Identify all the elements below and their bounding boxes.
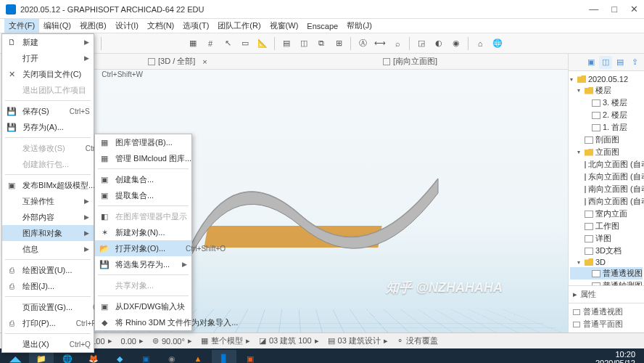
windows-taskbar: ◢◣ 📁 🌐 🦊 ◆ ▣ ◉ ▲ ▊ ▣ 10:202020/05/12 xyxy=(0,348,644,363)
tree-item[interactable]: ▾3D xyxy=(570,257,643,267)
tree-item[interactable]: 1. 首层 xyxy=(570,121,643,134)
tree-item[interactable]: 详图 xyxy=(570,232,643,245)
tree-item[interactable]: 3. 楼层 xyxy=(570,97,643,109)
task-archicad[interactable]: ▊ xyxy=(212,350,236,363)
camera-icon[interactable]: ◉ xyxy=(449,36,463,51)
tree-item[interactable]: 普通透视图 xyxy=(570,267,643,280)
menu-4[interactable]: 文档(N) xyxy=(143,19,178,33)
menu-1[interactable]: 编辑(Q) xyxy=(39,19,75,33)
status-override[interactable]: ⚬ 没有覆盖 xyxy=(397,335,438,346)
tree-item[interactable]: 2. 楼层 xyxy=(570,109,643,121)
maximize-button[interactable]: □ xyxy=(611,4,617,15)
properties-section[interactable]: ▸属性 xyxy=(569,285,644,303)
status-zoom[interactable]: 0.00 ▸ xyxy=(121,336,144,346)
menu-0[interactable]: 文件(F) xyxy=(4,19,39,33)
status-model[interactable]: ▦ 整个模型 ▸ xyxy=(201,335,250,346)
tree-item[interactable]: ▾2020.05.12 xyxy=(570,74,643,84)
tab-elevation[interactable]: [南向立面图] xyxy=(383,56,437,67)
layer-icon[interactable]: ▤ xyxy=(279,36,294,51)
status-angle[interactable]: ⊚ 90.00° ▸ xyxy=(152,336,192,346)
menu-item[interactable]: 页面设置(G)...Ctrl+Shift+P xyxy=(2,299,94,315)
menu-item[interactable]: ✕关闭项目文件(C)Ctrl+Shift+W xyxy=(2,66,94,82)
measure-icon[interactable]: 📐 xyxy=(255,36,270,51)
text-icon[interactable]: Ⓐ xyxy=(355,36,370,51)
menu-item[interactable]: 🗋新建▶ xyxy=(2,34,94,50)
view-icon[interactable]: ◫ xyxy=(297,36,311,51)
tree-item[interactable]: 室内立面 xyxy=(570,208,643,220)
menu-item[interactable]: ✶新建对象(N)... xyxy=(95,224,191,240)
tree-item[interactable]: 北向立面图 (自动.. xyxy=(570,158,643,171)
nav-tab-publish[interactable]: ⇪ xyxy=(628,56,641,69)
task-app1[interactable]: ◆ xyxy=(107,350,132,363)
menu-item: 创建旅行包... xyxy=(2,156,94,172)
minimize-button[interactable]: — xyxy=(589,4,598,15)
close-button[interactable]: ✕ xyxy=(630,4,638,15)
select-icon[interactable]: ▭ xyxy=(238,36,252,51)
tree-item[interactable]: 3D文档 xyxy=(570,245,643,257)
3d-icon[interactable]: ◲ xyxy=(414,36,429,51)
menu-2[interactable]: 视图(B) xyxy=(75,19,111,33)
tree-item[interactable]: 普通轴测图 xyxy=(570,280,643,285)
menu-item[interactable]: ⎙绘图设置(U)... xyxy=(2,262,94,278)
menu-item[interactable]: 信息▶ xyxy=(2,241,94,257)
task-app5[interactable]: ▣ xyxy=(238,350,263,363)
tree-item[interactable]: 西向立面图 (自动.. xyxy=(570,195,643,208)
menu-item[interactable]: ⎙打印(P)...Ctrl+P xyxy=(2,315,94,331)
file-menu-dropdown[interactable]: 🗋新建▶打开▶✕关闭项目文件(C)Ctrl+Shift+W退出团队工作项目💾保存… xyxy=(1,33,94,353)
menu-item[interactable]: 图库和对象▶ xyxy=(2,225,94,241)
menu-item[interactable]: ▣创建集合... xyxy=(95,171,191,187)
render-icon[interactable]: ◐ xyxy=(432,36,446,51)
grid-icon[interactable]: ▦ xyxy=(186,36,200,51)
home-icon[interactable]: ⌂ xyxy=(473,36,487,51)
menu-item[interactable]: 💾另存为(A)... xyxy=(2,119,94,135)
menu-item[interactable]: 外部内容▶ xyxy=(2,209,94,225)
status-layerset[interactable]: ▤ 03 建筑设计 ▸ xyxy=(328,335,388,346)
menu-item[interactable]: 💾保存(S)Ctrl+S xyxy=(2,103,94,119)
menu-7[interactable]: 视窗(W) xyxy=(265,19,303,33)
section-icon[interactable]: ⧉ xyxy=(314,36,329,51)
detail-icon[interactable]: ⊞ xyxy=(331,36,346,51)
menu-item[interactable]: 打开▶ xyxy=(2,50,94,66)
tree-item[interactable]: ▾立面图 xyxy=(570,146,643,158)
menu-item[interactable]: 互操作性▶ xyxy=(2,193,94,209)
nav-tab-view[interactable]: ◫ xyxy=(599,56,612,69)
tree-item[interactable]: 南向立面图 (自动.. xyxy=(570,183,643,195)
menubar: 文件(F)编辑(Q)视图(B)设计(I)文档(N)选项(T)团队工作(R)视窗(… xyxy=(0,19,644,33)
task-app3[interactable]: ◉ xyxy=(160,350,184,363)
taskbar-clock[interactable]: 10:202020/05/12 xyxy=(595,350,641,363)
task-vlc[interactable]: ▲ xyxy=(186,350,210,363)
library-submenu[interactable]: ▦图库管理器(B)...▦管理 BIMcloud 图库...▣创建集合...▣提… xyxy=(94,134,192,331)
tree-item[interactable]: 剖面图 xyxy=(570,134,643,146)
menu-item[interactable]: 退出(X)Ctrl+Q xyxy=(2,336,94,352)
snap-icon[interactable]: # xyxy=(203,36,218,51)
menu-8[interactable]: Enscape xyxy=(302,20,342,32)
menu-item[interactable]: ▦图库管理器(B)... xyxy=(95,134,191,150)
dim-icon[interactable]: ⟷ xyxy=(373,36,387,51)
task-app2[interactable]: ▣ xyxy=(133,350,158,363)
globe-icon[interactable]: 🌐 xyxy=(490,36,505,51)
menu-3[interactable]: 设计(I) xyxy=(111,19,143,33)
menu-item[interactable]: 💾将选集另存为...▶ xyxy=(95,256,191,272)
menu-item[interactable]: ▦管理 BIMcloud 图库... xyxy=(95,150,191,166)
tab-3d[interactable]: [3D / 全部]× xyxy=(148,56,207,67)
menu-item[interactable]: 📂打开对象(O)...Ctrl+Shift+O xyxy=(95,240,191,256)
navigator-tree[interactable]: ▾2020.05.12▾楼层3. 楼层2. 楼层1. 首层剖面图▾立面图北向立面… xyxy=(569,71,644,285)
nav-tab-layout[interactable]: ▤ xyxy=(614,56,627,69)
menu-item[interactable]: ◆将 Rhino 3DM 文件作为对象导入... xyxy=(95,314,191,330)
tree-item[interactable]: 东向立面图 (自动.. xyxy=(570,171,643,183)
menu-item[interactable]: ▣提取集合... xyxy=(95,187,191,203)
view-tabs: [3D / 全部]× [南向立面图] xyxy=(17,54,568,70)
label-icon[interactable]: ⌕ xyxy=(390,36,405,51)
cursor-icon[interactable]: ↖ xyxy=(220,36,235,51)
menu-6[interactable]: 团队工作(R) xyxy=(213,19,265,33)
window-title: 2020.05.12 - GRAPHISOFT ARCHICAD-64 22 E… xyxy=(20,5,589,14)
menu-9[interactable]: 帮助(J) xyxy=(342,19,376,33)
status-layer[interactable]: ◪ 03 建筑 100 ▸ xyxy=(259,335,319,346)
nav-tab-project[interactable]: ▣ xyxy=(585,56,598,69)
tree-item[interactable]: 工作图 xyxy=(570,220,643,232)
tree-item[interactable]: ▾楼层 xyxy=(570,84,643,97)
menu-5[interactable]: 选项(T) xyxy=(178,19,213,33)
menu-item[interactable]: ▣发布BIMx超级模型... xyxy=(2,177,94,193)
menu-item[interactable]: ▣从DXF/DWG输入块 xyxy=(95,298,191,314)
menu-item[interactable]: ⎙绘图(J)... xyxy=(2,278,94,294)
